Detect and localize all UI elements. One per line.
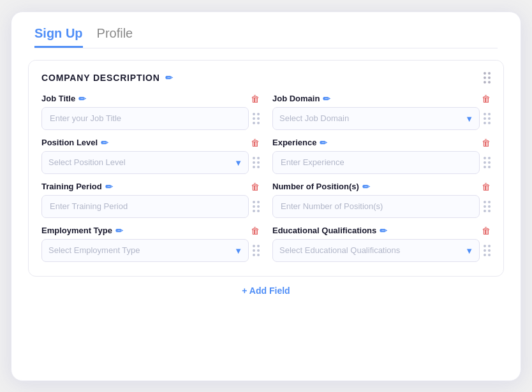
add-field-button[interactable]: + Add Field bbox=[242, 286, 290, 296]
input-number-of-positions[interactable] bbox=[272, 195, 480, 218]
input-row-number-of-positions bbox=[272, 195, 491, 218]
label-educational-qualifications: Educational Qualifications ✏ bbox=[272, 226, 475, 236]
field-label-row-job-domain: Job Domain ✏ 🗑 bbox=[272, 94, 491, 104]
field-group-job-domain: Job Domain ✏ 🗑 Select Job Domain ▼ bbox=[272, 94, 491, 130]
delete-icon-employment-type[interactable]: 🗑 bbox=[251, 226, 260, 236]
field-label-row-training-period: Training Period ✏ 🗑 bbox=[41, 182, 260, 192]
field-label-row-educational-qualifications: Educational Qualifications ✏ 🗑 bbox=[272, 226, 491, 236]
select-job-domain[interactable]: Select Job Domain bbox=[272, 107, 480, 130]
delete-icon-number-of-positions[interactable]: 🗑 bbox=[482, 182, 491, 192]
select-employment-type[interactable]: Select Employment Type bbox=[41, 239, 249, 262]
section-title: COMPANY DESCRIPTION ✏ bbox=[41, 73, 174, 83]
edit-icon-job-title[interactable]: ✏ bbox=[78, 94, 86, 104]
drag-handle-training-period[interactable] bbox=[253, 201, 260, 212]
input-row-educational-qualifications: Select Educational Qualifications ▼ bbox=[272, 239, 491, 262]
input-row-experience bbox=[272, 151, 491, 174]
edit-icon-educational-qualifications[interactable]: ✏ bbox=[380, 226, 387, 236]
input-job-title[interactable] bbox=[41, 107, 249, 130]
tab-profile[interactable]: Profile bbox=[97, 26, 133, 48]
edit-icon-employment-type[interactable]: ✏ bbox=[115, 226, 123, 236]
fields-grid: Job Title ✏ 🗑 bbox=[41, 94, 491, 262]
delete-icon-job-title[interactable]: 🗑 bbox=[251, 94, 260, 104]
section-drag-handle[interactable] bbox=[484, 72, 491, 83]
label-employment-type: Employment Type ✏ bbox=[41, 226, 244, 236]
section-card: COMPANY DESCRIPTION ✏ Job Title ✏ bbox=[28, 60, 504, 277]
edit-icon-training-period[interactable]: ✏ bbox=[105, 182, 113, 192]
field-label-row-job-title: Job Title ✏ 🗑 bbox=[41, 94, 260, 104]
drag-handle-employment-type[interactable] bbox=[253, 245, 260, 256]
input-row-job-domain: Select Job Domain ▼ bbox=[272, 107, 491, 130]
input-row-employment-type: Select Employment Type ▼ bbox=[41, 239, 260, 262]
tab-signup[interactable]: Sign Up bbox=[34, 26, 83, 48]
field-group-employment-type: Employment Type ✏ 🗑 Select Employment Ty… bbox=[41, 226, 260, 262]
select-educational-qualifications[interactable]: Select Educational Qualifications bbox=[272, 239, 480, 262]
header: Sign Up Profile bbox=[11, 12, 521, 48]
field-group-experience: Experience ✏ 🗑 bbox=[272, 138, 491, 174]
field-label-row-number-of-positions: Number of Position(s) ✏ 🗑 bbox=[272, 182, 491, 192]
main-card: Sign Up Profile COMPANY DESCRIPTION ✏ bbox=[11, 11, 521, 381]
select-wrapper-job-domain: Select Job Domain ▼ bbox=[272, 107, 480, 130]
input-row-job-title bbox=[41, 107, 260, 130]
input-row-position-level: Select Position Level ▼ bbox=[41, 151, 260, 174]
delete-icon-position-level[interactable]: 🗑 bbox=[251, 138, 260, 148]
drag-handle-job-domain[interactable] bbox=[484, 113, 491, 124]
field-group-position-level: Position Level ✏ 🗑 Select Position Level… bbox=[41, 138, 260, 174]
label-position-level: Position Level ✏ bbox=[41, 138, 244, 148]
drag-handle-educational-qualifications[interactable] bbox=[484, 245, 491, 256]
delete-icon-educational-qualifications[interactable]: 🗑 bbox=[482, 226, 491, 236]
field-group-training-period: Training Period ✏ 🗑 bbox=[41, 182, 260, 218]
section-header: COMPANY DESCRIPTION ✏ bbox=[41, 72, 491, 83]
delete-icon-training-period[interactable]: 🗑 bbox=[251, 182, 260, 192]
edit-icon-job-domain[interactable]: ✏ bbox=[323, 94, 330, 104]
label-training-period: Training Period ✏ bbox=[41, 182, 244, 192]
input-experience[interactable] bbox=[272, 151, 480, 174]
drag-handle-job-title[interactable] bbox=[253, 113, 260, 124]
select-wrapper-educational-qualifications: Select Educational Qualifications ▼ bbox=[272, 239, 480, 262]
select-wrapper-employment-type: Select Employment Type ▼ bbox=[41, 239, 249, 262]
drag-handle-number-of-positions[interactable] bbox=[484, 201, 491, 212]
delete-icon-job-domain[interactable]: 🗑 bbox=[482, 94, 491, 104]
field-label-row-employment-type: Employment Type ✏ 🗑 bbox=[41, 226, 260, 236]
field-group-job-title: Job Title ✏ 🗑 bbox=[41, 94, 260, 130]
label-experience: Experience ✏ bbox=[272, 138, 475, 148]
field-group-educational-qualifications: Educational Qualifications ✏ 🗑 Select Ed… bbox=[272, 226, 491, 262]
label-job-domain: Job Domain ✏ bbox=[272, 94, 475, 104]
field-label-row-experience: Experience ✏ 🗑 bbox=[272, 138, 491, 148]
label-number-of-positions: Number of Position(s) ✏ bbox=[272, 182, 475, 192]
edit-icon-experience[interactable]: ✏ bbox=[320, 138, 327, 148]
section-edit-icon[interactable]: ✏ bbox=[165, 73, 174, 83]
label-job-title: Job Title ✏ bbox=[41, 94, 244, 104]
add-field-row: + Add Field bbox=[28, 286, 504, 296]
select-position-level[interactable]: Select Position Level bbox=[41, 151, 249, 174]
input-training-period[interactable] bbox=[41, 195, 249, 218]
delete-icon-experience[interactable]: 🗑 bbox=[482, 138, 491, 148]
drag-handle-position-level[interactable] bbox=[253, 157, 260, 168]
input-row-training-period bbox=[41, 195, 260, 218]
field-group-number-of-positions: Number of Position(s) ✏ 🗑 bbox=[272, 182, 491, 218]
edit-icon-position-level[interactable]: ✏ bbox=[101, 138, 108, 148]
content-area: COMPANY DESCRIPTION ✏ Job Title ✏ bbox=[11, 48, 521, 381]
edit-icon-number-of-positions[interactable]: ✏ bbox=[362, 182, 370, 192]
drag-handle-experience[interactable] bbox=[484, 157, 491, 168]
field-label-row-position-level: Position Level ✏ 🗑 bbox=[41, 138, 260, 148]
select-wrapper-position-level: Select Position Level ▼ bbox=[41, 151, 249, 174]
